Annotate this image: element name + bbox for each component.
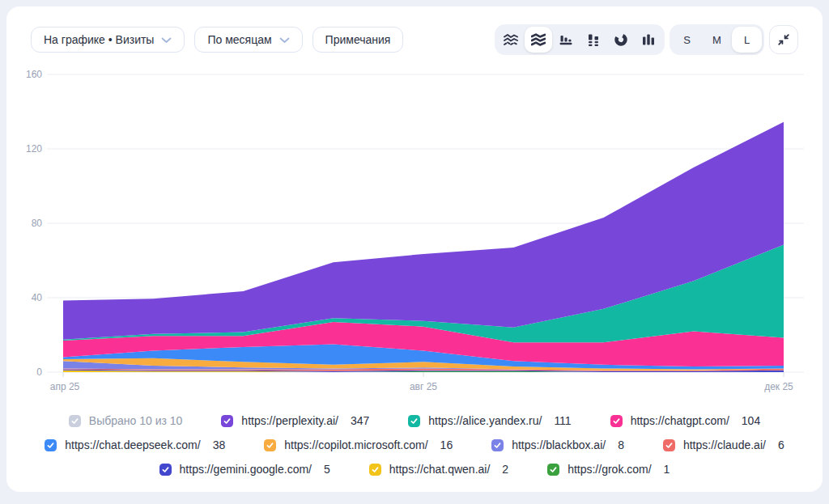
legend-item-label: https://gemini.google.com/ bbox=[180, 463, 312, 476]
legend-item[interactable]: https://chatgpt.com/ 104 bbox=[610, 414, 761, 427]
legend-item[interactable]: https://grok.com/ 1 bbox=[547, 463, 670, 476]
legend-item[interactable]: Выбрано 10 из 10 bbox=[69, 414, 183, 427]
legend-item-label: https://perplexity.ai/ bbox=[241, 414, 338, 427]
checkbox-icon bbox=[491, 439, 504, 451]
legend-item[interactable]: https://perplexity.ai/ 347 bbox=[221, 414, 369, 427]
legend-item[interactable]: https://alice.yandex.ru/ 111 bbox=[408, 414, 571, 427]
checkbox-icon bbox=[408, 415, 420, 427]
legend-item-value: 16 bbox=[440, 438, 453, 451]
legend-item[interactable]: https://gemini.google.com/ 5 bbox=[159, 463, 330, 476]
svg-text:0: 0 bbox=[36, 366, 42, 378]
legend-item-label: https://chatgpt.com/ bbox=[631, 414, 729, 427]
checkbox-icon bbox=[69, 415, 81, 427]
svg-text:80: 80 bbox=[32, 218, 43, 229]
legend-item[interactable]: https://chat.qwen.ai/ 2 bbox=[369, 463, 508, 476]
svg-text:160: 160 bbox=[26, 69, 42, 80]
legend: Выбрано 10 из 10 https://perplexity.ai/ … bbox=[6, 411, 823, 479]
legend-item-value: 38 bbox=[213, 438, 226, 451]
visits-chart[interactable]: 04080120160апр 25авг 25дек 25 bbox=[6, 6, 823, 411]
legend-item-label: https://claude.ai/ bbox=[683, 438, 766, 451]
legend-item-label: Выбрано 10 из 10 bbox=[89, 414, 183, 427]
legend-item-value: 111 bbox=[554, 414, 571, 427]
checkbox-icon bbox=[264, 439, 276, 451]
checkbox-icon bbox=[159, 464, 172, 476]
legend-item-value: 2 bbox=[502, 463, 508, 476]
checkbox-icon bbox=[45, 439, 57, 451]
legend-item-value: 6 bbox=[778, 438, 784, 451]
svg-text:авг 25: авг 25 bbox=[410, 381, 437, 392]
legend-item[interactable]: https://claude.ai/ 6 bbox=[663, 438, 784, 451]
legend-item-label: https://chat.qwen.ai/ bbox=[389, 463, 491, 476]
svg-text:120: 120 bbox=[26, 143, 42, 155]
checkbox-icon bbox=[547, 464, 559, 476]
legend-item-value: 1 bbox=[664, 463, 670, 476]
legend-item-label: https://alice.yandex.ru/ bbox=[428, 414, 542, 427]
legend-item-label: https://chat.deepseek.com/ bbox=[65, 438, 200, 451]
svg-text:дек 25: дек 25 bbox=[764, 381, 793, 392]
checkbox-icon bbox=[610, 415, 623, 427]
legend-row: https://chat.deepseek.com/ 38 https://co… bbox=[6, 435, 823, 455]
legend-item-value: 8 bbox=[618, 438, 624, 451]
legend-item[interactable]: https://blackbox.ai/ 8 bbox=[491, 438, 624, 451]
svg-text:апр 25: апр 25 bbox=[50, 381, 80, 392]
legend-item-label: https://blackbox.ai/ bbox=[512, 438, 606, 451]
checkbox-icon bbox=[369, 464, 381, 476]
legend-item[interactable]: https://chat.deepseek.com/ 38 bbox=[45, 438, 225, 451]
legend-item-value: 5 bbox=[324, 463, 330, 476]
legend-item-label: https://grok.com/ bbox=[568, 463, 651, 476]
legend-item-value: 347 bbox=[351, 414, 369, 427]
legend-item-value: 104 bbox=[742, 414, 760, 427]
legend-row: Выбрано 10 из 10 https://perplexity.ai/ … bbox=[6, 411, 823, 430]
checkbox-icon bbox=[221, 415, 233, 427]
area-series[interactable] bbox=[63, 122, 784, 372]
chart-widget-card: На графике • Визиты По месяцам Примечани… bbox=[6, 6, 823, 492]
checkbox-icon bbox=[663, 439, 675, 451]
legend-item[interactable]: https://copilot.microsoft.com/ 16 bbox=[264, 438, 453, 451]
legend-item-label: https://copilot.microsoft.com/ bbox=[284, 438, 427, 451]
svg-text:40: 40 bbox=[32, 292, 43, 303]
page: { "toolbar": { "metric_button": "На граф… bbox=[0, 0, 829, 504]
legend-row: https://gemini.google.com/ 5 https://cha… bbox=[6, 460, 823, 479]
